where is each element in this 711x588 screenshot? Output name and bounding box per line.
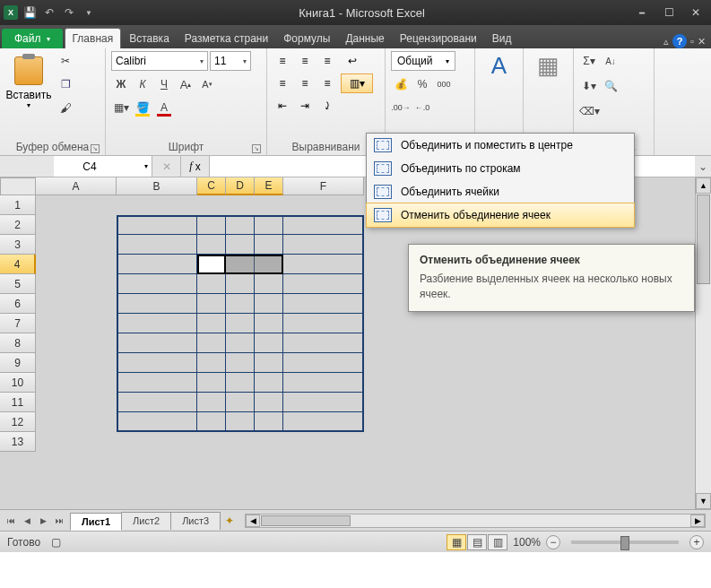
sheet-tab-3[interactable]: Лист3 (170, 512, 221, 530)
increase-decimal-button[interactable]: .00→ (391, 98, 411, 117)
row-header-2[interactable]: 2 (0, 215, 36, 235)
cells-area[interactable] (36, 195, 663, 509)
align-top-button[interactable]: ≡ (273, 51, 292, 71)
horizontal-scrollbar[interactable]: ◀ ▶ (245, 514, 706, 528)
merge-cells-item[interactable]: Объединить ячейки (367, 180, 634, 203)
grow-font-button[interactable]: A▴ (176, 74, 195, 94)
select-all-button[interactable] (0, 177, 36, 195)
minimize-ribbon-icon[interactable]: ▵ (663, 36, 669, 48)
merge-center-item[interactable]: Объединить и поместить в центре (367, 134, 634, 157)
font-launcher[interactable]: ↘ (252, 144, 261, 153)
row-header-12[interactable]: 12 (0, 412, 36, 432)
sheet-tab-1[interactable]: Лист1 (70, 513, 122, 531)
find-button[interactable]: 🔍 (601, 76, 620, 96)
column-header-D[interactable]: D (226, 177, 255, 195)
row-header-5[interactable]: 5 (0, 274, 36, 294)
row-header-8[interactable]: 8 (0, 333, 36, 353)
column-header-E[interactable]: E (255, 177, 283, 195)
tab-insert[interactable]: Вставка (122, 29, 177, 48)
italic-button[interactable]: К (133, 74, 152, 94)
decrease-indent-button[interactable]: ⇤ (273, 96, 292, 116)
zoom-level[interactable]: 100% (513, 536, 541, 549)
underline-button[interactable]: Ч (154, 74, 174, 94)
column-header-C[interactable]: C (197, 177, 226, 195)
row-header-4[interactable]: 4 (0, 255, 36, 274)
align-bottom-button[interactable]: ≡ (317, 51, 337, 71)
scroll-left-button[interactable]: ◀ (246, 514, 260, 527)
cancel-formula-button[interactable]: ✕ (152, 156, 181, 177)
new-sheet-button[interactable]: ✦ (220, 514, 239, 527)
insert-function-button[interactable]: fx (181, 156, 210, 177)
bold-button[interactable]: Ж (111, 74, 131, 94)
wrap-text-button[interactable]: ↩ (341, 51, 364, 71)
prev-sheet-button[interactable]: ◀ (20, 514, 34, 528)
macro-record-icon[interactable]: ▢ (51, 536, 61, 549)
redo-icon[interactable]: ↷ (61, 4, 77, 21)
fill-color-button[interactable]: 🪣 (133, 98, 152, 117)
zoom-slider[interactable] (571, 540, 679, 544)
cut-button[interactable] (56, 51, 75, 71)
comma-button[interactable]: 000 (434, 74, 454, 94)
align-left-button[interactable]: ≡ (273, 74, 292, 93)
clear-button[interactable]: ⌫▾ (579, 101, 599, 121)
autosum-button[interactable]: Σ▾ (579, 51, 599, 71)
window-close-icon[interactable]: ✕ (698, 36, 706, 48)
row-header-1[interactable]: 1 (0, 195, 36, 215)
number-format-select[interactable]: Общий▾ (391, 51, 455, 71)
zoom-out-button[interactable]: − (546, 535, 560, 549)
last-sheet-button[interactable]: ⏭ (52, 514, 66, 528)
percent-button[interactable]: % (412, 74, 432, 94)
sort-button[interactable]: A↓ (601, 51, 620, 71)
row-header-3[interactable]: 3 (0, 235, 36, 255)
file-tab[interactable]: Файл▾ (2, 29, 63, 48)
decrease-decimal-button[interactable]: ←.0 (412, 98, 432, 117)
scroll-down-button[interactable]: ▼ (696, 493, 711, 509)
tab-data[interactable]: Данные (338, 29, 391, 48)
unmerge-cells-item[interactable]: Отменить объединение ячеек (366, 203, 635, 228)
tab-formulas[interactable]: Формулы (276, 29, 337, 48)
cells-button[interactable]: ▦ (529, 51, 568, 80)
row-header-11[interactable]: 11 (0, 393, 36, 412)
vertical-scrollbar[interactable]: ▲ ▼ (695, 177, 711, 509)
row-header-13[interactable]: 13 (0, 432, 36, 452)
normal-view-button[interactable]: ▦ (447, 534, 466, 550)
font-color-button[interactable]: A (154, 98, 174, 117)
copy-button[interactable] (56, 74, 75, 94)
minimize-button[interactable] (630, 4, 654, 21)
row-header-9[interactable]: 9 (0, 353, 36, 373)
merge-across-item[interactable]: Объединить по строкам (367, 157, 634, 180)
orientation-button[interactable]: ⤸ (317, 96, 337, 116)
name-box-dropdown-icon[interactable]: ▾ (144, 162, 148, 170)
font-size-select[interactable]: 11▾ (210, 51, 251, 71)
save-icon[interactable]: 💾 (22, 4, 38, 21)
help-icon[interactable]: ? (672, 34, 687, 48)
sheet-tab-2[interactable]: Лист2 (121, 512, 171, 530)
scroll-up-button[interactable]: ▲ (696, 177, 711, 194)
align-right-button[interactable]: ≡ (317, 74, 337, 93)
paste-button[interactable]: Вставить ▾ (5, 51, 52, 111)
row-header-10[interactable]: 10 (0, 373, 36, 393)
fill-button[interactable]: ⬇▾ (579, 76, 599, 96)
column-header-B[interactable]: B (117, 177, 197, 195)
close-button[interactable] (684, 4, 707, 21)
page-break-view-button[interactable]: ▥ (488, 534, 507, 550)
increase-indent-button[interactable]: ⇥ (295, 96, 315, 116)
row-header-6[interactable]: 6 (0, 294, 36, 314)
format-painter-button[interactable] (56, 98, 75, 117)
first-sheet-button[interactable]: ⏮ (4, 514, 18, 528)
styles-button[interactable]: A (481, 51, 517, 80)
borders-button[interactable]: ▦▾ (111, 98, 131, 117)
tab-layout[interactable]: Разметка страни (178, 29, 275, 48)
next-sheet-button[interactable]: ▶ (36, 514, 50, 528)
column-header-A[interactable]: A (36, 177, 117, 195)
tab-home[interactable]: Главная (65, 28, 122, 48)
currency-button[interactable]: 💰 (391, 74, 411, 94)
vertical-scroll-thumb[interactable] (697, 195, 710, 284)
zoom-in-button[interactable]: + (689, 535, 704, 549)
tab-review[interactable]: Рецензировани (393, 29, 484, 48)
align-middle-button[interactable]: ≡ (295, 51, 315, 71)
window-restore-icon[interactable]: ▫ (690, 36, 694, 47)
clipboard-launcher[interactable]: ↘ (91, 144, 100, 153)
row-header-7[interactable]: 7 (0, 314, 36, 333)
scroll-right-button[interactable]: ▶ (690, 514, 705, 527)
